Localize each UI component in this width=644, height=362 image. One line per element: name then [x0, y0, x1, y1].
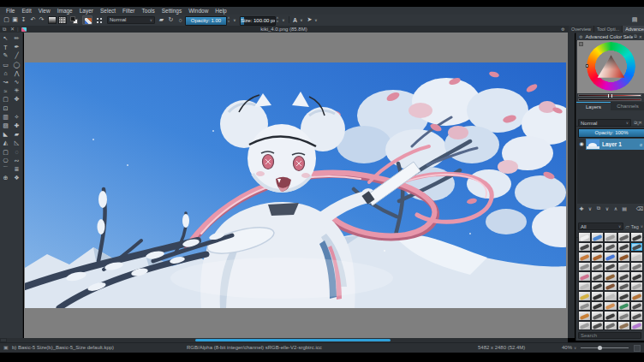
- brush-preset-cell[interactable]: [578, 262, 591, 272]
- vertical-scrollbar[interactable]: [568, 33, 575, 338]
- brush-preset-cell[interactable]: [578, 232, 591, 242]
- ellipse-select-tool[interactable]: ◌: [11, 147, 22, 156]
- brush-preset-cell[interactable]: [591, 282, 604, 292]
- brush-preset-cell[interactable]: [617, 232, 630, 242]
- docker-tab-advanced-color-[interactable]: Advanced Color...: [623, 26, 644, 33]
- tab-channels[interactable]: Channels: [611, 102, 644, 110]
- smart-patch-tool[interactable]: ✚: [11, 122, 22, 130]
- brush-preset-cell[interactable]: [617, 282, 630, 292]
- reload-preset-icon[interactable]: ↻: [167, 15, 175, 24]
- zoom-slider-handle[interactable]: [598, 346, 602, 350]
- brush-preset-cell[interactable]: [617, 252, 630, 262]
- fill-tool[interactable]: ◣: [0, 130, 11, 139]
- freehand-path-tool[interactable]: ∿: [11, 78, 22, 86]
- opacity-options-icon[interactable]: ∨: [232, 15, 237, 24]
- brush-preset-cell[interactable]: [604, 242, 617, 252]
- brush-preset-cell[interactable]: [578, 321, 591, 331]
- calligraphy-tool[interactable]: ✒: [11, 43, 22, 51]
- fg-bg-color-swatch[interactable]: [70, 16, 78, 24]
- brush-preset-cell[interactable]: [578, 291, 591, 301]
- layer-filter-icon[interactable]: ▽: [633, 119, 643, 127]
- opacity-spinbox[interactable]: ∧∨: [226, 15, 231, 24]
- menu-settings[interactable]: Settings: [158, 7, 186, 15]
- menu-file[interactable]: File: [3, 7, 18, 15]
- gradient-tool[interactable]: ▥: [0, 113, 11, 122]
- layer-name[interactable]: Layer 1: [599, 141, 640, 147]
- menu-window[interactable]: Window: [185, 7, 212, 15]
- add-layer-dropdown[interactable]: ∨: [586, 205, 594, 213]
- layer-blending-mode-dropdown[interactable]: Normal ∨: [578, 119, 631, 127]
- choose-workspace-icon[interactable]: ▤: [630, 15, 639, 24]
- shape-select-tool[interactable]: ↖: [0, 34, 11, 43]
- brush-preset-cell[interactable]: [604, 321, 617, 331]
- color-sampler-tool[interactable]: ✧: [11, 113, 22, 122]
- brush-preset-cell[interactable]: [630, 321, 643, 331]
- float-icon[interactable]: ⧉: [634, 33, 637, 39]
- save-icon[interactable]: ↧: [20, 15, 27, 24]
- zoom-tool[interactable]: ⊕: [0, 174, 11, 182]
- mirror-dropdown-icon[interactable]: ∨: [313, 15, 319, 24]
- dynamic-brush-tool[interactable]: ≈: [0, 86, 11, 95]
- mirror-tool-icon[interactable]: ➤: [306, 15, 313, 24]
- layer-row[interactable]: ◉ Layer 1 α: [577, 139, 644, 150]
- polygon-select-tool[interactable]: ⎔: [0, 157, 11, 165]
- layer-visibility-icon[interactable]: ◉: [577, 139, 586, 150]
- size-spinbox[interactable]: ∧∨: [275, 15, 280, 24]
- brush-tag-filter-dropdown[interactable]: All ∨: [578, 223, 623, 230]
- docker-gear-icon[interactable]: ⚙: [561, 26, 564, 33]
- menu-help[interactable]: Help: [212, 7, 230, 15]
- edit-shapes-tool[interactable]: ✏: [11, 34, 22, 43]
- layer-properties-button[interactable]: ▤: [620, 205, 629, 213]
- choose-brush-preset-button[interactable]: [95, 16, 104, 24]
- brush-preset-cell[interactable]: [591, 232, 604, 242]
- brush-preset-cell[interactable]: [604, 232, 617, 242]
- menu-image[interactable]: Image: [54, 7, 76, 15]
- brush-search-input[interactable]: [578, 332, 641, 339]
- menu-tools[interactable]: Tools: [139, 7, 158, 15]
- brush-preset-cell[interactable]: [591, 262, 604, 272]
- pan-tool[interactable]: ❖: [11, 174, 22, 182]
- menu-layer[interactable]: Layer: [76, 7, 97, 15]
- freehand-select-tool[interactable]: ∾: [11, 157, 22, 165]
- brush-preset-cell[interactable]: [604, 262, 617, 272]
- freehand-brush-tool[interactable]: ✎: [0, 51, 11, 60]
- polygon-tool[interactable]: ⌂: [0, 69, 11, 78]
- crop-tool[interactable]: ⊡: [0, 104, 11, 113]
- rect-select-tool[interactable]: ▢: [0, 147, 11, 156]
- document-tab-title[interactable]: kiki_4.0.png (85.8M): [0, 26, 568, 33]
- horizontal-scrollbar-thumb[interactable]: [195, 339, 391, 341]
- shade-strip-1[interactable]: [578, 94, 641, 97]
- docker-tab-overview[interactable]: Overview: [569, 26, 594, 33]
- brush-preset-cell[interactable]: [578, 252, 591, 262]
- ellipse-tool[interactable]: ◯: [11, 61, 22, 69]
- add-layer-button[interactable]: ✚: [577, 205, 586, 213]
- layer-opacity-slider[interactable]: Opacity: 100%: [578, 128, 644, 138]
- docker-tab-tool-opti-[interactable]: Tool Opti...: [594, 26, 623, 33]
- tab-layers[interactable]: Layers: [576, 102, 611, 111]
- assistants-tool[interactable]: ◭: [0, 139, 11, 147]
- brush-preset-cell[interactable]: [617, 262, 630, 272]
- brush-preset-status-icon[interactable]: ▣: [3, 343, 9, 353]
- opacity-slider[interactable]: Opacity: 1.00: [185, 16, 227, 26]
- size-options-icon[interactable]: ∨: [281, 15, 286, 24]
- brush-preset-cell[interactable]: [578, 271, 591, 282]
- pattern-tool[interactable]: ▨: [0, 122, 11, 130]
- brush-preset-cell[interactable]: [591, 291, 604, 301]
- brush-preset-cell[interactable]: [604, 291, 617, 301]
- brush-preset-cell[interactable]: [630, 311, 643, 321]
- close-icon[interactable]: ✕: [639, 34, 642, 39]
- text-tool[interactable]: T: [0, 43, 11, 51]
- move-layer-down-button[interactable]: ∨: [603, 205, 611, 213]
- bezier-curve-tool[interactable]: ↝: [0, 78, 11, 86]
- magnetic-select-tool[interactable]: ≣: [11, 165, 22, 174]
- brush-preset-cell[interactable]: [591, 252, 604, 262]
- brush-preset-cell[interactable]: [630, 242, 643, 252]
- menu-filter[interactable]: Filter: [119, 7, 138, 15]
- multibrush-tool[interactable]: ✳: [11, 86, 22, 95]
- brush-preset-cell[interactable]: [591, 301, 604, 312]
- color-selector-body[interactable]: [577, 40, 644, 93]
- brush-preset-cell[interactable]: [617, 301, 630, 312]
- move-layer-up-button[interactable]: ∧: [611, 205, 620, 213]
- brush-preset-cell[interactable]: [630, 282, 643, 292]
- zoom-dropdown-icon[interactable]: ∨: [574, 343, 576, 353]
